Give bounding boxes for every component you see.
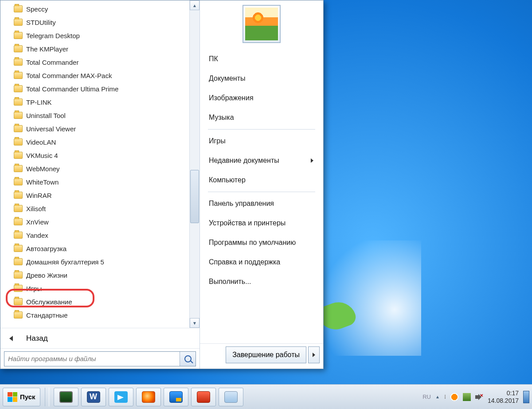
program-label: WhiteTown [26, 178, 59, 186]
program-label: Total Commander Ultima Prime [26, 85, 118, 93]
tray-network-icon[interactable] [463, 393, 471, 401]
start-button[interactable]: Пуск [3, 388, 40, 406]
word-icon: W [87, 391, 100, 403]
right-menu-item[interactable]: Изображения [203, 88, 320, 108]
scroll-thumb[interactable] [190, 170, 199, 223]
search-box [4, 351, 196, 366]
right-menu-item[interactable]: Панель управления [203, 194, 320, 213]
program-folder-item[interactable]: XnView [0, 215, 189, 228]
folder-icon [14, 258, 23, 265]
right-menu-item[interactable]: Недавние документы [203, 151, 320, 170]
folder-icon [14, 125, 23, 132]
program-folder-item[interactable]: The KMPlayer [0, 42, 189, 55]
program-folder-item[interactable]: Uninstall Tool [0, 109, 189, 122]
right-menu-item[interactable]: Программы по умолчанию [203, 233, 320, 252]
taskbar-separator [45, 388, 49, 406]
taskbar-app-firefox[interactable] [136, 388, 161, 406]
folder-icon [14, 298, 23, 305]
shutdown-button[interactable]: Завершение работы [226, 346, 306, 363]
tray-show-hidden-icon[interactable]: ▲ [435, 394, 440, 399]
taskbar-app-explorer[interactable] [219, 388, 243, 406]
program-folder-item[interactable]: Стандартные [0, 308, 189, 322]
right-menu-item[interactable]: Документы [203, 69, 320, 88]
tray-clock[interactable]: 0:17 14.08.2017 [488, 389, 519, 405]
start-menu-right-pane: ПКДокументыИзображенияМузыкаИгрыНедавние… [200, 0, 323, 369]
back-label: Назад [26, 334, 48, 343]
program-label: The KMPlayer [26, 45, 68, 53]
all-programs-list: SpeccySTDUtilityTelegram DesktopThe KMPl… [0, 0, 200, 328]
tray-avast-icon[interactable] [450, 393, 458, 401]
program-label: TP-LINK [26, 98, 52, 106]
program-folder-item[interactable]: Автозагрузка [0, 242, 189, 255]
program-folder-item[interactable]: Домашняя бухгалтерия 5 [0, 255, 189, 268]
explorer-icon [224, 391, 238, 403]
taskbar-app-settings[interactable] [164, 388, 188, 406]
start-label: Пуск [20, 393, 35, 401]
program-folder-item[interactable]: Xilisoft [0, 202, 189, 215]
taskbar-app-toolbox[interactable] [191, 388, 216, 406]
program-folder-item[interactable]: Древо Жизни [0, 268, 189, 282]
right-menu-item[interactable]: Игры [203, 131, 320, 151]
program-folder-item[interactable]: Total Commander [0, 55, 189, 69]
program-folder-item[interactable]: Total Commander MAX-Pack [0, 69, 189, 82]
right-menu-item[interactable]: Справка и поддержка [203, 252, 320, 272]
settings-icon [169, 391, 183, 403]
taskbar-app-task-manager[interactable] [54, 388, 78, 406]
program-label: Домашняя бухгалтерия 5 [26, 258, 104, 266]
search-input[interactable] [4, 352, 180, 366]
program-folder-item[interactable]: Yandex [0, 228, 189, 242]
program-folder-item[interactable]: VideoLAN [0, 135, 189, 149]
scroll-up-button[interactable]: ▲ [190, 0, 200, 10]
back-button[interactable]: Назад [0, 328, 200, 348]
taskbar-app-word[interactable]: W [81, 388, 106, 406]
program-folder-item[interactable]: Обслуживание [0, 295, 189, 308]
folder-icon [14, 245, 23, 252]
program-label: Xilisoft [26, 205, 46, 212]
right-menu-label: ПК [209, 55, 218, 63]
start-menu-left-pane: SpeccySTDUtilityTelegram DesktopThe KMPl… [0, 0, 200, 369]
taskbar-app-telegram[interactable] [109, 388, 133, 406]
tray-unknown-icon[interactable]: ⁝ [444, 393, 446, 400]
folder-icon [14, 205, 23, 212]
tray-volume-icon[interactable]: ✕ [475, 394, 483, 400]
folder-icon [14, 112, 23, 119]
clock-date: 14.08.2017 [488, 397, 519, 405]
program-label: Telegram Desktop [26, 32, 80, 39]
scroll-down-button[interactable]: ▼ [190, 318, 200, 328]
scroll-track[interactable] [190, 10, 200, 318]
right-menu-item[interactable]: Устройства и принтеры [203, 213, 320, 233]
taskbar: Пуск W RU ▲ ⁝ ✕ 0:17 14.08.2017 [0, 384, 532, 409]
shutdown-options-button[interactable] [308, 346, 320, 363]
show-desktop-button[interactable] [523, 391, 529, 403]
search-button[interactable] [180, 352, 196, 366]
folder-icon [14, 32, 23, 39]
program-folder-item[interactable]: WebMoney [0, 162, 189, 175]
program-folder-item[interactable]: TP-LINK [0, 95, 189, 109]
right-menu-item[interactable]: ПК [203, 49, 320, 69]
right-menu-item[interactable]: Музыка [203, 108, 320, 127]
program-label: Древо Жизни [26, 271, 67, 279]
programs-scrollbar[interactable]: ▲ ▼ [189, 0, 200, 328]
tray-lang[interactable]: RU [422, 393, 431, 400]
folder-icon [14, 19, 23, 26]
program-folder-item[interactable]: WinRAR [0, 189, 189, 202]
program-folder-item[interactable]: Total Commander Ultima Prime [0, 82, 189, 95]
program-folder-item[interactable]: VKMusic 4 [0, 149, 189, 162]
user-avatar-frame[interactable] [243, 5, 281, 43]
program-folder-item[interactable]: Speccy [0, 2, 189, 16]
right-menu-label: Изображения [209, 94, 254, 102]
program-folder-item[interactable]: Telegram Desktop [0, 29, 189, 42]
folder-icon [14, 5, 23, 12]
program-label: Стандартные [26, 311, 68, 319]
right-menu-item[interactable]: Компьютер [203, 170, 320, 190]
program-folder-item[interactable]: STDUtility [0, 16, 189, 29]
right-menu-item[interactable]: Выполнить... [203, 272, 320, 291]
search-icon [184, 355, 192, 362]
program-label: Uninstall Tool [26, 112, 66, 119]
program-folder-item[interactable]: Universal Viewer [0, 122, 189, 135]
program-folder-item[interactable]: WhiteTown [0, 175, 189, 189]
program-label: VKMusic 4 [26, 152, 58, 159]
program-folder-item[interactable]: Игры [0, 282, 189, 295]
right-menu-label: Компьютер [209, 176, 246, 184]
folder-icon [14, 45, 23, 52]
